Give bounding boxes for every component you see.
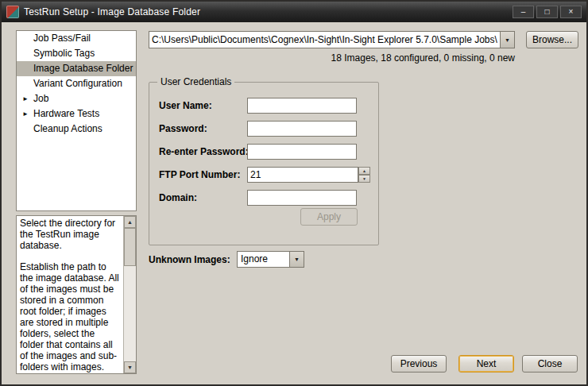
unknown-images-label: Unknown Images: — [149, 252, 230, 268]
sidebar-item-label: Image Database Folder — [33, 63, 133, 74]
image-database-path-combobox: ▼ — [149, 31, 515, 48]
close-button[interactable]: Close — [522, 355, 578, 372]
sidebar-item-label: Hardware Tests — [33, 108, 99, 119]
scroll-down-icon[interactable]: ▼ — [124, 361, 136, 373]
maximize-button[interactable]: □ — [536, 6, 558, 18]
window-controls: – □ × — [513, 6, 582, 18]
sidebar-item-label: Symbolic Tags — [33, 48, 95, 59]
description-text: Select the directory for the TestRun ima… — [17, 216, 123, 373]
unknown-images-dropdown[interactable]: Ignore ▼ — [237, 251, 304, 268]
sidebar-item-job[interactable]: ► Job — [17, 91, 136, 106]
reenter-password-label: Re-enter Password: — [159, 144, 249, 160]
group-title: User Credentials — [157, 76, 234, 87]
expand-arrow-icon: ► — [22, 106, 29, 122]
image-database-path-input[interactable] — [149, 32, 500, 48]
description-paragraph: Establish the path to the image database… — [20, 261, 121, 372]
sidebar-item-label: Job Pass/Fail — [33, 33, 91, 44]
previous-button[interactable]: Previous — [391, 355, 447, 372]
unknown-images-value: Ignore — [238, 252, 289, 267]
sidebar-item-label: Cleanup Actions — [33, 123, 103, 134]
scrollbar-thumb[interactable] — [124, 228, 136, 266]
user-name-input[interactable] — [247, 98, 357, 114]
window-title: TestRun Setup - Image Database Folder — [24, 6, 200, 17]
domain-input[interactable] — [247, 190, 357, 206]
image-count-status: 18 Images, 18 configured, 0 missing, 0 n… — [149, 52, 515, 64]
scroll-up-icon[interactable]: ▲ — [124, 216, 136, 228]
description-box: Select the directory for the TestRun ima… — [16, 215, 137, 374]
sidebar-item-label: Job — [33, 93, 48, 104]
apply-button: Apply — [300, 208, 358, 226]
spinner-up-icon[interactable]: ▲ — [358, 167, 370, 175]
unknown-images-dropdown-button[interactable]: ▼ — [289, 252, 304, 267]
path-dropdown-button[interactable]: ▼ — [500, 32, 514, 48]
minimize-button[interactable]: – — [513, 6, 534, 18]
spinner-down-icon[interactable]: ▼ — [358, 175, 370, 183]
sidebar-item-symbolic-tags[interactable]: Symbolic Tags — [17, 46, 136, 61]
description-paragraph: Select the directory for the TestRun ima… — [20, 218, 121, 251]
sidebar-item-image-database-folder[interactable]: Image Database Folder — [17, 61, 136, 76]
chevron-down-icon: ▼ — [294, 257, 300, 262]
domain-label: Domain: — [159, 190, 197, 206]
user-name-label: User Name: — [159, 98, 212, 114]
setup-steps-list: Job Pass/Fail Symbolic Tags Image Databa… — [16, 30, 137, 211]
reenter-password-input[interactable] — [247, 144, 357, 160]
chevron-down-icon: ▼ — [505, 37, 510, 43]
sidebar-item-job-pass-fail[interactable]: Job Pass/Fail — [17, 31, 136, 46]
app-icon — [6, 6, 19, 18]
user-credentials-group: User Credentials User Name: Password: Re… — [149, 82, 379, 245]
password-label: Password: — [159, 121, 207, 137]
sidebar-item-label: Variant Configuration — [33, 78, 122, 89]
ftp-port-input[interactable] — [247, 167, 358, 183]
browse-button[interactable]: Browse... — [526, 31, 578, 48]
sidebar-item-hardware-tests[interactable]: ► Hardware Tests — [17, 106, 136, 122]
ftp-port-spinner: ▲ ▼ — [358, 167, 370, 183]
next-button[interactable]: Next — [458, 355, 514, 372]
ftp-port-label: FTP Port Number: — [159, 167, 240, 183]
password-input[interactable] — [247, 121, 357, 137]
sidebar-item-variant-configuration[interactable]: Variant Configuration — [17, 76, 136, 91]
expand-arrow-icon: ► — [22, 91, 29, 106]
sidebar-item-cleanup-actions[interactable]: Cleanup Actions — [17, 122, 136, 137]
description-scrollbar[interactable]: ▲ ▼ — [123, 216, 136, 373]
title-bar[interactable]: TestRun Setup - Image Database Folder – … — [2, 2, 586, 22]
testrun-setup-window: TestRun Setup - Image Database Folder – … — [0, 0, 588, 386]
titlebar-close-button[interactable]: × — [560, 6, 582, 18]
